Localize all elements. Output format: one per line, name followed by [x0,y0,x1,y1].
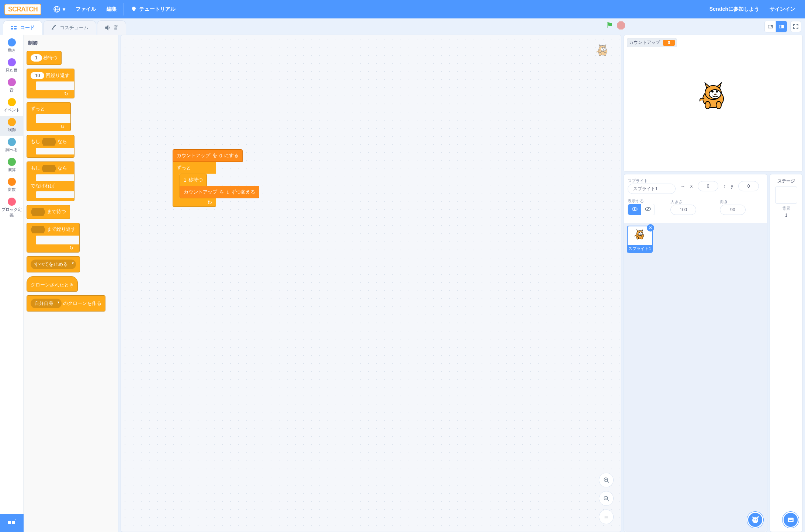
scratch-logo[interactable]: SCRATCH [4,4,41,15]
tab-sounds[interactable]: 音 [97,20,126,35]
zoom-in-button[interactable] [599,473,614,487]
sprite-tile[interactable]: ✕ スプライト1 [627,226,653,253]
cat-sound[interactable]: 音 [0,76,24,96]
block-create-clone[interactable]: 自分自身 のクローンを作る [27,295,105,312]
sprite-on-stage[interactable] [695,79,732,117]
code-icon [11,25,17,30]
cat-events[interactable]: イベント [0,96,24,116]
tab-bar: コード コスチューム 音 ⚑ [0,18,805,35]
block-change-variable[interactable]: カウントアップ を 1 ずつ変える [180,186,259,198]
cat-control[interactable]: 制御 [0,116,24,136]
block-if[interactable]: もし なら [27,135,74,158]
edit-menu[interactable]: 編集 [101,0,122,18]
tab-code[interactable]: コード [3,20,42,35]
large-stage-button[interactable] [776,21,787,32]
hide-button[interactable] [641,204,655,215]
cat-looks[interactable]: 見た目 [0,56,24,76]
svg-line-29 [607,500,609,501]
stage[interactable]: カウントアップ 0 [624,35,803,172]
palette-header: 制御 [27,38,115,51]
script-workspace[interactable]: カウントアップ を 0 にする ずっと 1 秒待つ カウントアップ を 1 ずつ [121,35,621,532]
xy-arrows-icon: ↔ [681,184,685,189]
block-if-else[interactable]: もし なら でなければ [27,161,74,201]
sprite-direction-input[interactable] [720,205,746,215]
svg-text:+: + [14,519,16,521]
show-button[interactable] [628,204,641,215]
block-forever[interactable]: ずっと ↻ [27,102,71,131]
cat-operators[interactable]: 演算 [0,156,24,175]
cat-motion[interactable]: 動き [0,36,24,56]
main-area: 動き 見た目 音 イベント 制御 調べる 演算 変数 ブロック定義 + 制御 1… [0,35,805,532]
sprite-name-input[interactable] [628,184,676,194]
language-menu[interactable]: ▾ [48,0,70,18]
zoom-controls: = [599,473,614,524]
svg-point-11 [132,7,136,10]
sprite-size-input[interactable] [670,205,696,215]
block-wait-ws[interactable]: 1 秒待つ [180,174,207,186]
block-palette[interactable]: 制御 1 秒待つ 10 回繰り返す ↻ ずっと ↻ もし なら [24,35,118,532]
svg-point-36 [754,519,755,521]
svg-rect-18 [771,25,773,27]
block-when-clone[interactable]: クローンされたとき [27,276,78,292]
block-forever-ws[interactable]: ずっと 1 秒待つ カウントアップ を 1 ずつ変える ↻ [173,162,216,207]
stage-thumbnail[interactable] [775,187,797,204]
stage-run-controls: ⚑ [606,21,625,30]
svg-rect-22 [12,521,15,524]
block-set-variable[interactable]: カウントアップ を 0 にする [173,149,243,162]
sprite-x-input[interactable] [698,181,718,191]
variable-monitor-name: カウントアップ [629,39,660,46]
size-label: 大きさ [670,199,696,205]
fullscreen-button[interactable] [790,21,801,32]
cat-variables[interactable]: 変数 [0,175,24,195]
block-stop[interactable]: すべてを止める [27,256,80,272]
signin-link[interactable]: サインイン [764,0,801,18]
variable-monitor[interactable]: カウントアップ 0 [627,38,677,47]
add-extension-button[interactable]: + [0,514,24,532]
cat-face-icon: + [751,516,759,524]
block-wait-until[interactable]: まで待つ [27,205,70,219]
add-backdrop-button[interactable] [783,512,799,528]
svg-text:+: + [757,516,759,519]
cat-myblocks[interactable]: ブロック定義 [0,195,24,221]
info-row: スプライト ↔ x ↕ y 表示する [624,174,803,532]
sound-icon [105,25,111,31]
script-stack[interactable]: カウントアップ を 0 にする ずっと 1 秒待つ カウントアップ を 1 ずつ [173,149,243,207]
file-menu[interactable]: ファイル [70,0,101,18]
backdrops-label: 背景 [772,206,800,211]
tab-code-label: コード [20,24,35,31]
stage-selector[interactable]: ステージ 背景 1 [770,174,803,532]
landscape-icon [787,516,794,524]
join-link[interactable]: Scratchに参加しよう [704,0,764,18]
category-list: 動き 見た目 音 イベント 制御 調べる 演算 変数 ブロック定義 + [0,35,24,532]
sprite-list: ✕ スプライト1 [624,223,767,532]
svg-point-37 [756,519,757,521]
backdrops-count: 1 [772,213,800,218]
visibility-toggle [628,204,655,215]
sprite-tile-label: スプライト1 [628,245,652,253]
cat-sensing[interactable]: 調べる [0,136,24,156]
zoom-reset-button[interactable]: = [599,510,614,524]
add-sprite-button[interactable]: + [747,512,763,528]
svg-line-25 [607,481,609,483]
svg-rect-16 [14,28,17,29]
tutorials-button[interactable]: チュートリアル [125,0,181,18]
stage-title: ステージ [772,178,800,184]
lightbulb-icon [131,6,137,13]
svg-rect-14 [14,26,17,27]
zoom-out-button[interactable] [599,491,614,506]
stop-button[interactable] [617,21,625,29]
delete-sprite-button[interactable]: ✕ [647,224,654,232]
small-stage-button[interactable] [765,21,776,32]
y-arrows-icon: ↕ [724,184,726,189]
block-repeat-until[interactable]: まで繰り返す ↻ [27,223,80,253]
tab-costumes[interactable]: コスチューム [43,20,96,35]
tab-sounds-label: 音 [114,24,118,31]
block-repeat[interactable]: 10 回繰り返す ↻ [27,69,74,98]
svg-rect-39 [788,518,794,522]
variable-monitor-value: 0 [663,40,675,46]
chevron-down-icon: ▾ [63,6,65,12]
blocks-panel: 動き 見た目 音 イベント 制御 調べる 演算 変数 ブロック定義 + 制御 1… [0,35,118,532]
green-flag-button[interactable]: ⚑ [606,21,613,30]
block-wait[interactable]: 1 秒待つ [27,51,62,65]
sprite-y-input[interactable] [738,181,759,191]
